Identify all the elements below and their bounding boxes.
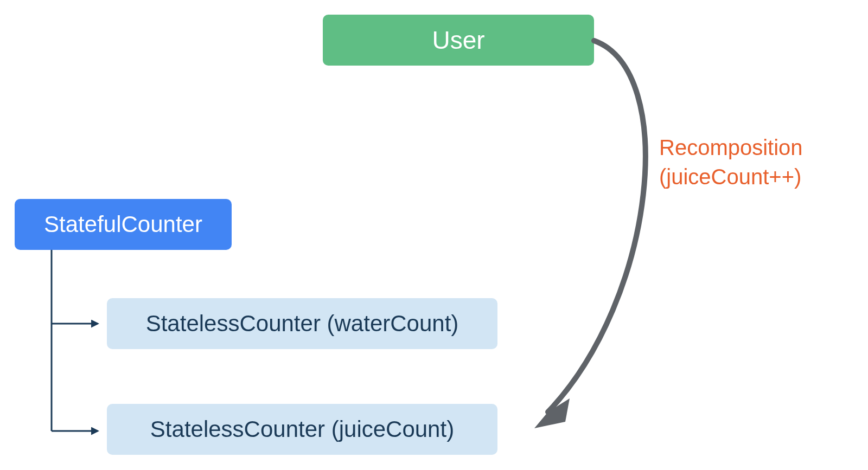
recomposition-arrow (534, 41, 646, 428)
node-stateful-counter: StatefulCounter (15, 199, 232, 250)
node-user-label: User (432, 25, 484, 55)
annotation-recomposition: Recomposition (juiceCount++) (659, 133, 803, 191)
diagram-canvas: User StatefulCounter StatelessCounter (w… (0, 0, 868, 470)
node-stateless-water-label: StatelessCounter (waterCount) (146, 311, 459, 337)
node-stateless-water: StatelessCounter (waterCount) (107, 298, 497, 349)
node-stateless-juice: StatelessCounter (juiceCount) (107, 404, 497, 455)
node-user: User (323, 15, 594, 66)
annotation-line1: Recomposition (659, 133, 803, 162)
node-stateless-juice-label: StatelessCounter (juiceCount) (150, 416, 454, 442)
tree-connector (52, 250, 98, 431)
node-stateful-label: StatefulCounter (44, 211, 202, 237)
annotation-line2: (juiceCount++) (659, 162, 803, 191)
svg-marker-3 (534, 398, 570, 428)
